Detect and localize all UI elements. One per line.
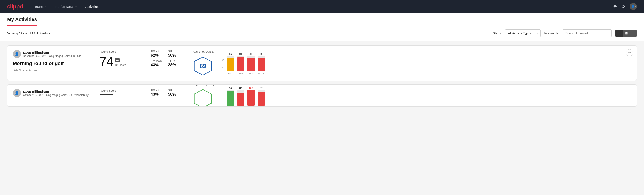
fw-hit-stat-1: FW Hit 62% (150, 50, 164, 58)
data-source-1: Data Source: Arccos (13, 69, 88, 72)
hex-number-1: 89 (200, 63, 206, 70)
filter-bar: Viewing 12 out of 29 Activities Show: Al… (0, 26, 644, 41)
view-compact-button[interactable]: ≡ (630, 30, 637, 36)
performance-chevron-icon: ▾ (76, 5, 76, 8)
x-label-putt-1: PUTT (258, 72, 265, 75)
page-title: My Activities (7, 16, 37, 26)
bar-ott-1: 85 (227, 53, 234, 72)
nav-teams[interactable]: Teams ▾ (34, 3, 47, 10)
logo: clippd (7, 3, 23, 10)
avatar-icon: 👤 (631, 5, 635, 8)
activity-type-select-wrapper: All Activity Types ▾ (505, 30, 541, 37)
card-left-2: 👤 Dave Billingham October 16, 2021 - Gog… (13, 89, 88, 102)
stats-grid-2: FW Hit 43% GIR 56% (150, 89, 182, 97)
svg-marker-1 (194, 90, 211, 107)
y-label-0: 0 (222, 67, 226, 69)
score-holes-1: 18 Holes (115, 63, 126, 67)
activity-title-1: Morning round of golf (13, 61, 88, 66)
user-date-1: December 05, 2021 - Gog Magog Golf Club … (23, 54, 81, 58)
activity-card: 👤 Dave Billingham December 05, 2021 - Go… (7, 45, 637, 81)
add-icon[interactable]: ⊕ (613, 4, 617, 9)
fw-hit-stat-2: FW Hit 43% (150, 89, 164, 97)
bar-arg-2: 106 (248, 87, 254, 106)
updown-stat-1: Up/Down 43% (150, 60, 164, 68)
user-name-2: Dave Billingham (23, 90, 88, 94)
user-info-1: 👤 Dave Billingham December 05, 2021 - Go… (13, 50, 88, 58)
viewing-count-text: Viewing 12 out of 29 Activities (7, 32, 489, 35)
divider-2c (187, 89, 188, 102)
divider-1c (187, 50, 188, 76)
search-input[interactable] (562, 30, 612, 37)
user-info-2: 👤 Dave Billingham October 16, 2021 - Gog… (13, 89, 88, 97)
activity-type-select[interactable]: All Activity Types (505, 30, 541, 37)
score-badge-1: +4 (115, 58, 120, 62)
view-toggle: ☰ ⊞ ≡ (615, 30, 637, 37)
bar-putt-1: 89 (258, 53, 265, 72)
stats-grid-1: FW Hit 62% GIR 50% Up/Down 43% 1 Putt 28… (150, 50, 182, 68)
nav-activities[interactable]: Activities (84, 3, 100, 10)
keywords-label: Keywords: (544, 32, 559, 35)
bar-app-1: 90 (237, 53, 244, 72)
hex-badge-1: 89 (193, 56, 213, 76)
user-date-2: October 16, 2021 - Gog Magog Golf Club -… (23, 94, 88, 96)
round-score-label-1: Round Score (100, 50, 140, 53)
gir-stat-1: GIR 50% (168, 50, 182, 58)
avatar-chevron-icon: ▾ (635, 5, 636, 8)
score-placeholder-2 (100, 94, 113, 95)
bar-chart-1: 100 50 0 85 90 (222, 51, 631, 75)
bar-chart-2: 100 94 82 106 (222, 86, 631, 106)
stats-section-2: FW Hit 43% GIR 56% (150, 89, 182, 102)
navbar: clippd Teams ▾ Performance ▾ Activities … (0, 0, 644, 13)
view-grid-button[interactable]: ⊞ (623, 30, 630, 36)
score-section-2: Round Score (100, 89, 140, 102)
oneputt-stat-1: 1 Putt 28% (168, 60, 182, 68)
quality-section-1: Avg Shot Quality 89 100 50 0 (193, 50, 631, 76)
page-header: My Activities (0, 13, 644, 26)
divider-1b (145, 50, 145, 76)
card-left-1: 👤 Dave Billingham December 05, 2021 - Go… (13, 50, 88, 76)
divider-1a (94, 50, 94, 76)
teams-chevron-icon: ▾ (45, 5, 46, 8)
avg-shot-label-1: Avg Shot Quality (193, 50, 214, 53)
activity-card-2: 👤 Dave Billingham October 16, 2021 - Gog… (7, 84, 637, 107)
refresh-icon[interactable]: ↺ (622, 4, 625, 9)
bar-app-2: 82 (237, 87, 244, 106)
bar-ott-2: 94 (227, 87, 234, 106)
edit-button-1[interactable]: ✏ (626, 49, 633, 56)
avatar-2: 👤 (13, 89, 21, 97)
y-label-50: 50 (222, 59, 226, 62)
nav-performance[interactable]: Performance ▾ (54, 3, 78, 10)
nav-right-actions: ⊕ ↺ 👤 ▾ (613, 3, 637, 10)
bar-arg-1: 89 (248, 53, 254, 72)
divider-2b (145, 89, 145, 102)
user-name-1: Dave Billingham (23, 51, 81, 54)
viewing-count: 12 (19, 32, 22, 35)
x-label-arg-1: ARG (248, 72, 254, 75)
round-score-label-2: Round Score (100, 89, 140, 92)
viewing-suffix: Activities (36, 32, 50, 35)
viewing-total: 29 (32, 32, 36, 35)
score-main-1: 74 +4 18 Holes (100, 55, 140, 68)
hex-badge-2 (193, 88, 213, 107)
bar-putt-2: 87 (258, 87, 265, 106)
quality-section-2: Avg Shot Quality 100 94 (193, 89, 631, 102)
x-label-ott-1: OTT (227, 72, 234, 75)
activities-content: 👤 Dave Billingham December 05, 2021 - Go… (0, 41, 644, 111)
y-label-100: 100 (222, 51, 226, 54)
divider-2a (94, 89, 94, 102)
score-number-1: 74 (100, 55, 113, 68)
score-section-1: Round Score 74 +4 18 Holes (100, 50, 140, 76)
stats-section-1: FW Hit 62% GIR 50% Up/Down 43% 1 Putt 28… (150, 50, 182, 76)
show-label: Show: (493, 32, 502, 35)
avatar-1: 👤 (13, 50, 21, 58)
x-label-app-1: APP (237, 72, 244, 75)
user-avatar-button[interactable]: 👤 ▾ (630, 3, 637, 10)
view-list-button[interactable]: ☰ (616, 30, 623, 36)
avg-shot-label-2: Avg Shot Quality (193, 84, 214, 86)
gir-stat-2: GIR 56% (168, 89, 182, 97)
